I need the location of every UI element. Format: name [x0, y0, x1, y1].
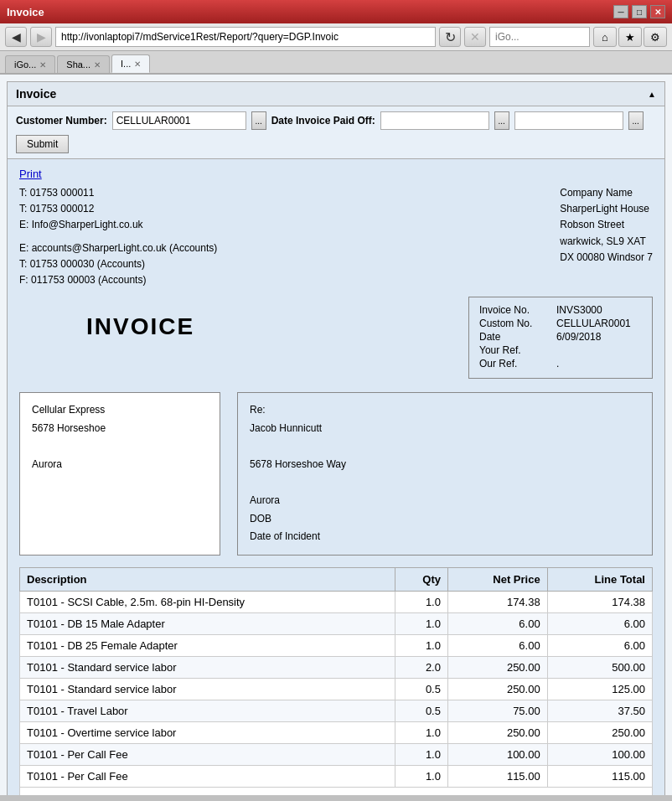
re-city: Aurora [250, 492, 640, 510]
cell-qty: 0.5 [395, 700, 448, 721]
cell-line-total: 100.00 [547, 743, 652, 765]
info-custom-no-value: CELLULAR0001 [556, 318, 631, 329]
table-row: T0101 - Travel Labor 0.5 75.00 37.50 [20, 700, 653, 721]
company-phone2: T: 01753 000012 [19, 201, 217, 217]
address-section: Cellular Express 5678 Horseshoe Aurora R… [19, 392, 653, 556]
cell-qty: 2.0 [395, 656, 448, 678]
table-row: T0101 - Standard service labor 2.0 250.0… [20, 656, 653, 678]
cell-qty: 1.0 [395, 591, 448, 612]
stop-button[interactable]: ✕ [464, 27, 486, 47]
customer-number-input[interactable] [112, 111, 246, 130]
company-building: SharperLight House [560, 201, 653, 217]
info-our-ref-value: . [556, 358, 559, 369]
empty-rows-area [19, 788, 653, 795]
info-date-label: Date [479, 331, 546, 343]
cell-net-price: 174.38 [447, 591, 547, 612]
info-date-row: Date 6/09/2018 [479, 331, 642, 343]
bill-to-line4: Aurora [32, 456, 208, 474]
submit-button[interactable]: Submit [16, 135, 69, 153]
table-row: T0101 - Overtime service labor 1.0 250.0… [20, 721, 653, 743]
print-link[interactable]: Print [19, 168, 653, 180]
cell-net-price: 6.00 [447, 612, 547, 634]
cell-line-total: 6.00 [547, 612, 652, 634]
tab-invoice[interactable]: I... ✕ [111, 54, 150, 73]
re-label: Re: [250, 401, 640, 420]
re-name: Jacob Hunnicutt [250, 420, 640, 438]
company-city: warkwick, SL9 XAT [560, 234, 653, 250]
invoice-info-box: Invoice No. INVS3000 Custom No. CELLULAR… [468, 297, 653, 379]
company-accounts-email: E: accounts@SharperLight.co.uk (Accounts… [19, 240, 217, 256]
info-our-ref-row: Our Ref. . [479, 358, 642, 369]
info-invoice-no-value: INVS3000 [556, 304, 602, 316]
forward-button[interactable]: ▶ [30, 27, 52, 47]
favorites-button[interactable]: ★ [618, 27, 642, 47]
company-accounts-fax: F: 011753 00003 (Accounts) [19, 272, 217, 288]
invoice-panel-header: Invoice ▲ [7, 81, 665, 106]
tab-igo-label: iGo... [14, 59, 36, 70]
tab-sha-close[interactable]: ✕ [94, 60, 101, 70]
re-address1: 5678 Horseshoe Way [250, 456, 640, 474]
cell-description: T0101 - Travel Labor [20, 700, 395, 721]
back-button[interactable]: ◀ [5, 27, 27, 47]
cell-net-price: 250.00 [447, 678, 547, 700]
extra-picker[interactable]: ... [628, 111, 644, 130]
invoice-title: INVOICE [86, 313, 194, 340]
info-your-ref-row: Your Ref. [479, 344, 642, 356]
cell-net-price: 115.00 [447, 765, 547, 787]
info-custom-no-row: Custom No. CELLULAR0001 [479, 318, 642, 329]
tab-sha[interactable]: Sha... ✕ [57, 55, 110, 73]
cell-line-total: 174.38 [547, 591, 652, 612]
cell-net-price: 250.00 [447, 721, 547, 743]
cell-net-price: 250.00 [447, 656, 547, 678]
minimize-button[interactable]: ─ [613, 5, 628, 18]
col-net-price: Net Price [447, 567, 547, 591]
form-row: Customer Number: ... Date Invoice Paid O… [7, 106, 665, 159]
table-row: T0101 - Standard service labor 0.5 250.0… [20, 678, 653, 700]
company-accounts-phone: T: 01753 000030 (Accounts) [19, 256, 217, 272]
panel-title: Invoice [16, 87, 56, 101]
extra-input[interactable] [514, 111, 623, 130]
cell-description: T0101 - DB 15 Male Adapter [20, 612, 395, 634]
home-button[interactable]: ⌂ [593, 27, 617, 47]
tab-igo-close[interactable]: ✕ [39, 60, 46, 70]
date-input[interactable] [380, 111, 489, 130]
tab-igo[interactable]: iGo... ✕ [5, 55, 55, 73]
invoice-table: Description Qty Net Price Line Total T01… [19, 567, 653, 788]
company-street: Robson Street [560, 217, 653, 233]
bill-to-box: Cellular Express 5678 Horseshoe Aurora [19, 392, 220, 556]
date-picker[interactable]: ... [494, 111, 509, 130]
tab-bar: iGo... ✕ Sha... ✕ I... ✕ [0, 51, 672, 75]
date-label: Date Invoice Paid Off: [271, 115, 375, 127]
table-row: T0101 - Per Call Fee 1.0 115.00 115.00 [20, 765, 653, 787]
cell-description: T0101 - Per Call Fee [20, 743, 395, 765]
bill-to-line2: 5678 Horseshoe [32, 420, 208, 438]
address-bar[interactable] [55, 27, 436, 47]
toolbar-icons: ⌂ ★ ⚙ [593, 27, 667, 47]
info-date-value: 6/09/2018 [556, 331, 601, 343]
col-description: Description [20, 567, 395, 591]
page-content: Invoice ▲ Customer Number: ... Date Invo… [0, 75, 672, 795]
bill-to-line3 [32, 437, 208, 456]
tab-invoice-close[interactable]: ✕ [134, 59, 141, 69]
close-button[interactable]: ✕ [650, 5, 665, 18]
settings-button[interactable]: ⚙ [644, 27, 667, 47]
browser-toolbar: ◀ ▶ ↻ ✕ ⌂ ★ ⚙ [0, 23, 672, 51]
company-name: Company Name [560, 185, 653, 201]
info-invoice-no-label: Invoice No. [479, 304, 546, 316]
customer-number-picker[interactable]: ... [251, 111, 266, 130]
table-row: T0101 - DB 15 Male Adapter 1.0 6.00 6.00 [20, 612, 653, 634]
col-line-total: Line Total [547, 567, 652, 591]
maximize-button[interactable]: □ [632, 5, 647, 18]
tab-invoice-label: I... [121, 59, 131, 69]
window-title: Invoice [7, 6, 613, 18]
info-custom-no-label: Custom No. [479, 318, 546, 329]
invoice-body: Print T: 01753 000011 T: 01753 000012 E:… [7, 159, 665, 795]
search-bar[interactable] [489, 27, 590, 47]
bill-to-line1: Cellular Express [32, 401, 208, 420]
re-doi-label: Date of Incident [250, 528, 640, 546]
refresh-button[interactable]: ↻ [439, 27, 461, 47]
cell-line-total: 115.00 [547, 765, 652, 787]
window-titlebar: Invoice ─ □ ✕ [0, 0, 672, 23]
cell-description: T0101 - Standard service labor [20, 656, 395, 678]
company-section: T: 01753 000011 T: 01753 000012 E: Info@… [19, 185, 653, 288]
